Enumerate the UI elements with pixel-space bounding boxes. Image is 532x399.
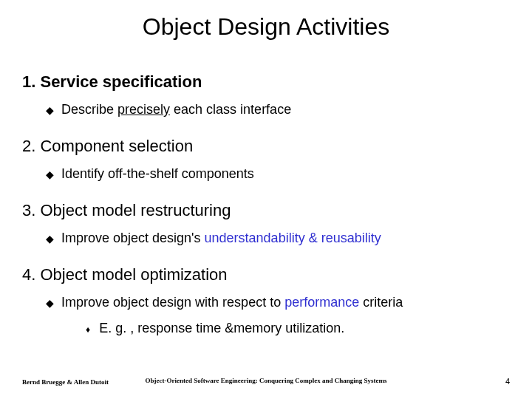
slide-content: 1. Service specification ◆ Describe prec… — [22, 72, 510, 354]
page-number: 4 — [505, 377, 510, 386]
diamond-icon: ♦ — [86, 323, 90, 336]
item-sub-4: ◆ Improve object design with respect to … — [46, 295, 510, 310]
item-sub-text-1: Describe precisely each class interface — [61, 102, 291, 117]
item-heading-1: 1. Service specification — [22, 72, 510, 92]
item-subsub-4: ♦ E. g. , response time &memory utilizat… — [86, 321, 510, 336]
item-heading-3: 3. Object model restructuring — [22, 201, 510, 220]
item-heading-2: 2. Component selection — [22, 137, 510, 156]
footer: Bernd Bruegge & Allen Dutoit Object-Orie… — [22, 377, 510, 386]
item-sub-text-2: Identify off-the-shelf components — [61, 166, 254, 182]
sub-pre: Identify off-the-shelf components — [61, 166, 254, 181]
item-sub-3: ◆ Improve object design's understandabil… — [46, 231, 510, 246]
footer-author: Bernd Bruegge & Allen Dutoit — [22, 378, 109, 386]
sub-post: criteria — [359, 295, 403, 310]
item-sub-text-4: Improve object design with respect to pe… — [61, 295, 403, 310]
bullet-icon: ◆ — [46, 296, 54, 310]
item-sub-1: ◆ Describe precisely each class interfac… — [46, 102, 510, 117]
item-sub-2: ◆ Identify off-the-shelf components — [46, 166, 510, 182]
item-sub-text-3: Improve object design's understandabilit… — [61, 231, 381, 246]
sub-pre: Improve object design with respect to — [61, 295, 284, 310]
bullet-icon: ◆ — [46, 103, 54, 117]
sub-em: understandability & reusability — [205, 231, 381, 245]
subsub-text: E. g. , response time &memory utilizatio… — [99, 321, 344, 336]
sub-em: performance — [284, 295, 359, 310]
sub-pre: Describe — [61, 102, 117, 117]
sub-pre: Improve object design's — [61, 231, 205, 245]
slide-title: Object Design Activities — [0, 13, 532, 41]
bullet-icon: ◆ — [46, 168, 54, 181]
slide: Object Design Activities 1. Service spec… — [0, 0, 532, 399]
bullet-icon: ◆ — [46, 232, 54, 245]
sub-em: precisely — [117, 102, 170, 117]
item-heading-4: 4. Object model optimization — [22, 265, 510, 284]
sub-post: each class interface — [170, 102, 291, 117]
